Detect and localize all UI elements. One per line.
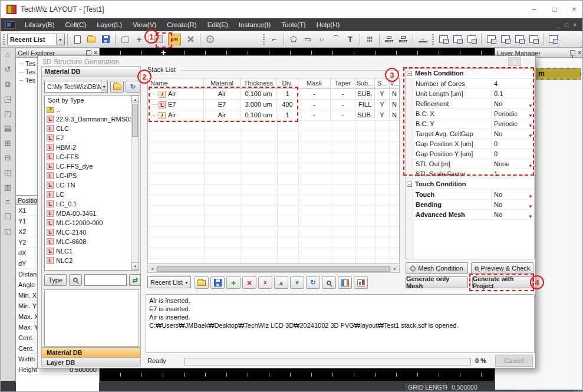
material-item[interactable]: LLC-IPS [45, 171, 139, 180]
left-tool-icon[interactable]: ⌂ [3, 50, 13, 60]
scroll-right-icon[interactable]: ► [391, 265, 399, 272]
mesh-condition-button[interactable]: Mesh Condition [406, 262, 468, 274]
toolbar-grip[interactable] [263, 34, 265, 45]
pin-icon[interactable] [86, 50, 91, 55]
left-tool-icon[interactable]: ☐ [3, 212, 13, 222]
scroll-down-icon[interactable]: ▼ [131, 262, 139, 270]
stack-hscrollbar[interactable]: ◄ ► [147, 265, 400, 273]
dialog-close-button[interactable]: x [508, 57, 521, 66]
cell-edit-button[interactable] [512, 32, 526, 47]
property-row[interactable]: Advanced MeshNo▼ [413, 210, 535, 220]
recent-list-combo[interactable]: Recent List ▼ [7, 34, 65, 45]
material-search-input[interactable] [84, 274, 127, 286]
tools-button[interactable] [183, 32, 197, 47]
dropdown-arrow-icon[interactable]: ▼ [528, 212, 533, 222]
touch-condition-header[interactable]: −Touch Condition [406, 180, 534, 189]
left-tool-icon[interactable]: ⧉ [3, 80, 13, 89]
pin-icon[interactable] [570, 50, 575, 55]
open-file-button[interactable] [84, 32, 98, 47]
text-tool-button[interactable]: T [343, 32, 357, 47]
stack-columns-button[interactable] [338, 276, 352, 289]
maximize-button[interactable]: □ [546, 3, 564, 16]
stack-chart-button[interactable] [354, 276, 368, 289]
scroll-left-icon[interactable]: ◄ [148, 265, 156, 272]
chevron-down-icon[interactable]: ▼ [56, 34, 64, 45]
measure-tool-button[interactable]: ↔ [416, 32, 430, 47]
close-button[interactable]: × [565, 3, 583, 16]
stack-delete-all-button[interactable]: × [258, 276, 272, 289]
cell-search-button[interactable] [450, 32, 465, 47]
scrollbar-thumb[interactable] [157, 266, 390, 272]
browse-folder-button[interactable] [110, 81, 124, 93]
tab-material-db[interactable]: Material DB [42, 347, 140, 357]
material-item[interactable]: L22.9.3_Dammann_RMS03-0... [45, 114, 139, 124]
material-item[interactable]: LHBM-2 [45, 143, 139, 152]
material-item[interactable]: LLC [45, 190, 139, 199]
menu-cell[interactable]: Cell(C) [60, 18, 91, 31]
tab-layer-db[interactable]: Layer DB [42, 357, 140, 367]
material-item[interactable]: LMDA-00-3461 [45, 209, 139, 218]
menu-create[interactable]: Create(R) [162, 18, 202, 31]
stack-open-button[interactable] [195, 276, 209, 289]
material-item[interactable]: LLC-FFS_dye [45, 162, 139, 171]
move-down-button[interactable]: ▼ [290, 276, 304, 289]
stack-add-button[interactable]: + [226, 276, 241, 289]
help-button[interactable]: ? [203, 32, 217, 47]
collapse-icon[interactable]: − [407, 182, 412, 187]
col-header[interactable]: Mask [298, 78, 331, 89]
close-icon[interactable]: × [578, 50, 581, 56]
material-item[interactable]: LLC-TN [45, 180, 139, 190]
left-tool-icon[interactable]: ◳ [3, 94, 13, 104]
menu-instance[interactable]: Instance(I) [233, 18, 276, 31]
material-item[interactable]: LNLC1 [45, 246, 139, 256]
material-item[interactable]: LLC-FFS [45, 152, 139, 162]
menu-layer[interactable]: Layer(L) [91, 18, 127, 31]
mdi-restore-button[interactable]: □ [565, 22, 568, 28]
material-item[interactable]: LCLC [45, 124, 139, 133]
pan-hand-button[interactable] [118, 32, 132, 47]
path-tool-button[interactable]: ⌒ [329, 32, 343, 47]
move-up-button[interactable]: ▲ [274, 276, 288, 289]
port-edit-button[interactable]: PORT [396, 32, 410, 47]
db-path-combo[interactable]: C:\My TechWiz\DB\Mate ▼ [44, 81, 108, 93]
menu-view[interactable]: View(V) [127, 18, 162, 31]
material-item[interactable]: LMLC-6608 [45, 237, 139, 246]
scroll-up-icon[interactable]: ▲ [131, 95, 139, 103]
search-material-button[interactable] [69, 274, 82, 286]
corner-tool-button[interactable]: ⌐ [267, 32, 281, 47]
property-row[interactable]: BendingNo▼ [413, 200, 535, 210]
stack-delete-button[interactable]: × [242, 276, 256, 289]
mdi-close-button[interactable]: × [573, 22, 577, 28]
cell-new-button[interactable] [436, 32, 450, 47]
type-filter-button[interactable]: Type [44, 274, 67, 286]
col-header[interactable]: Sub... [355, 78, 375, 89]
cell-instance-button[interactable] [546, 32, 560, 47]
left-tool-icon[interactable]: ⊞ [3, 139, 13, 148]
left-tool-icon[interactable]: ◰ [3, 109, 13, 118]
port-tool-button[interactable]: PORT [382, 32, 396, 47]
chevron-down-icon[interactable]: ▼ [101, 81, 107, 92]
cell-delete-button[interactable] [526, 32, 541, 47]
left-tool-icon[interactable]: ≡ [3, 197, 13, 207]
material-item[interactable]: LMLC-2140 [45, 228, 139, 237]
toolbar-grip[interactable] [432, 34, 434, 45]
toolbar-grip[interactable] [3, 34, 5, 45]
property-row[interactable]: TouchNo▼ [413, 190, 535, 200]
polygon-tool-button[interactable]: ⬠ [286, 32, 301, 47]
mdi-minimize-button[interactable]: _ [557, 22, 561, 28]
generate-only-mesh-button[interactable]: Generate only Mesh [406, 276, 468, 288]
left-tool-icon[interactable]: ▥ [3, 183, 13, 192]
save-button[interactable] [98, 32, 113, 47]
menu-edit[interactable]: Edit(E) [202, 18, 233, 31]
stack-save-button[interactable] [210, 276, 225, 289]
left-tool-icon[interactable]: ◱ [3, 227, 13, 236]
material-item[interactable]: LLC_0.1 [45, 199, 139, 209]
left-tool-icon[interactable]: ⊟ [3, 153, 13, 163]
rectangle-tool-button[interactable]: ▭ [301, 32, 315, 47]
scrollbar-thumb[interactable] [132, 104, 138, 137]
material-item[interactable]: LE7 [45, 133, 139, 143]
left-tool-icon[interactable]: ↺ [3, 65, 13, 74]
cell-copy-button[interactable] [484, 32, 498, 47]
col-header[interactable]: Taper [331, 78, 355, 89]
minimize-button[interactable]: – [525, 3, 543, 16]
